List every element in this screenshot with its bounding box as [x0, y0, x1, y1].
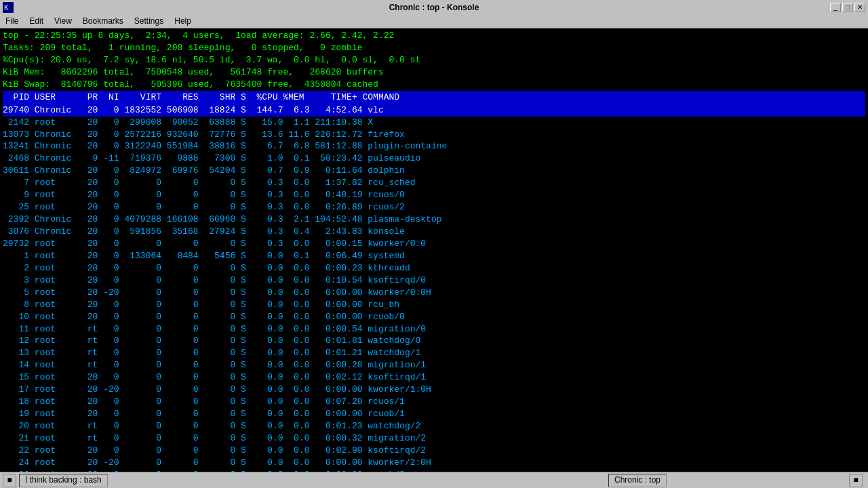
table-row[interactable]: 10 root 20 0 0 0 0 S 0.0 0.0 0:00.00 rcu… [3, 311, 865, 323]
status-left: ■ I think backing : bash [0, 474, 426, 487]
table-row[interactable]: 13 root rt 0 0 0 0 S 0.0 0.0 0:01.21 wat… [3, 347, 865, 359]
status-left-text: I think backing : bash [19, 474, 108, 487]
table-row[interactable]: 17 root 20 -20 0 0 0 S 0.0 0.0 0:00.00 k… [3, 384, 865, 396]
system-header: top - 22:25:35 up 8 days, 2:34, 4 users,… [3, 30, 865, 91]
table-row[interactable]: 1 root 20 0 133064 8484 5456 S 0.0 0.1 0… [3, 250, 865, 262]
close-button[interactable]: ✕ [854, 3, 865, 12]
minimize-button[interactable]: _ [830, 3, 841, 12]
svg-text:K: K [4, 4, 9, 12]
menu-edit[interactable]: Edit [26, 15, 46, 28]
table-row[interactable]: 3076 Chronic 20 0 591856 35168 27924 S 0… [3, 226, 865, 238]
table-row[interactable]: 12 root rt 0 0 0 0 S 0.0 0.0 0:01.81 wat… [3, 335, 865, 347]
table-row[interactable]: 8 root 20 0 0 0 0 S 0.0 0.0 0:00.00 rcu_… [3, 299, 865, 311]
header-line: Tasks: 209 total, 1 running, 208 sleepin… [3, 42, 865, 54]
menu-view[interactable]: View [52, 15, 75, 28]
table-row[interactable]: 19 root 20 0 0 0 0 S 0.0 0.0 0:00.00 rcu… [3, 408, 865, 420]
title-bar: K Chronic : top - Konsole _ □ ✕ [0, 0, 868, 15]
menu-help[interactable]: Help [172, 15, 194, 28]
status-icon-left: ■ [3, 474, 16, 487]
table-row[interactable]: 9 root 20 0 0 0 0 S 0.3 0.0 0:48.19 rcuo… [3, 189, 865, 201]
table-row[interactable]: 15 root 20 0 0 0 0 S 0.0 0.0 0:02.12 kso… [3, 371, 865, 384]
table-row[interactable]: 29732 root 20 0 0 0 0 S 0.3 0.0 0:00.15 … [3, 238, 865, 250]
status-bar: ■ I think backing : bash Chronic : top ■ [0, 472, 868, 488]
table-row[interactable]: 2142 root 20 0 299008 90052 63888 S 15.0… [3, 117, 865, 129]
table-row[interactable]: 7 root 20 0 0 0 0 S 0.3 0.0 1:37.82 rcu_… [3, 177, 865, 189]
terminal-area: top - 22:25:35 up 8 days, 2:34, 4 users,… [0, 28, 868, 483]
status-center-text: Chronic : top [608, 474, 667, 487]
table-row[interactable]: 5 root 20 -20 0 0 0 S 0.0 0.0 0:00.00 kw… [3, 287, 865, 299]
header-line: KiB Swap: 8140796 total, 505396 used, 76… [3, 79, 865, 91]
table-row[interactable]: 25 root 20 0 0 0 0 S 0.3 0.0 0:26.89 rcu… [3, 201, 865, 214]
status-center: Chronic : top [426, 474, 849, 487]
table-row[interactable]: 13073 Chronic 20 0 2572216 932640 72776 … [3, 129, 865, 141]
table-header: PID USER PR NI VIRT RES SHR S %CPU %MEM … [3, 91, 865, 104]
menu-bookmarks[interactable]: Bookmarks [80, 15, 126, 28]
table-row[interactable]: 3 root 20 0 0 0 0 S 0.0 0.0 0:10.54 ksof… [3, 274, 865, 287]
table-row[interactable]: 24 root 20 -20 0 0 0 S 0.0 0.0 0:00.00 k… [3, 457, 865, 469]
table-row[interactable]: 2 root 20 0 0 0 0 S 0.0 0.0 0:00.23 kthr… [3, 262, 865, 274]
header-line: KiB Mem: 8062296 total, 7500548 used, 56… [3, 66, 865, 79]
table-row[interactable]: 13241 Chronic 20 0 3122240 551984 38816 … [3, 140, 865, 152]
menu-file[interactable]: File [3, 15, 21, 28]
menu-settings[interactable]: Settings [132, 15, 166, 28]
app-logo: K [3, 2, 14, 13]
table-row[interactable]: 29740 Chronic 20 0 1832552 506908 18824 … [3, 104, 865, 117]
table-row[interactable]: 2392 Chronic 20 0 4079288 166108 66960 S… [3, 214, 865, 226]
status-icon-right: ■ [849, 474, 863, 487]
table-row[interactable]: 14 root rt 0 0 0 0 S 0.0 0.0 0:00.28 mig… [3, 359, 865, 371]
window-title: Chronic : top - Konsole [389, 2, 479, 14]
process-list: 29740 Chronic 20 0 1832552 506908 18824 … [3, 104, 865, 481]
header-line: top - 22:25:35 up 8 days, 2:34, 4 users,… [3, 30, 865, 42]
table-row[interactable]: 30611 Chronic 20 0 824972 69976 54204 S … [3, 165, 865, 177]
table-row[interactable]: 11 root rt 0 0 0 0 S 0.0 0.0 0:00.54 mig… [3, 323, 865, 336]
status-right: ■ [849, 474, 868, 487]
header-line: %Cpu(s): 20.0 us, 7.2 sy, 18.6 ni, 50.5 … [3, 54, 865, 66]
table-row[interactable]: 20 root rt 0 0 0 0 S 0.0 0.0 0:01.23 wat… [3, 420, 865, 432]
maximize-button[interactable]: □ [842, 3, 853, 12]
table-row[interactable]: 21 root rt 0 0 0 0 S 0.0 0.0 0:00.32 mig… [3, 432, 865, 445]
window-controls[interactable]: _ □ ✕ [830, 3, 865, 12]
menu-bar: File Edit View Bookmarks Settings Help [0, 15, 868, 28]
table-row[interactable]: 18 root 20 0 0 0 0 S 0.0 0.0 0:07.20 rcu… [3, 396, 865, 408]
table-row[interactable]: 22 root 20 0 0 0 0 S 0.0 0.0 0:02.90 kso… [3, 445, 865, 457]
table-row[interactable]: 2468 Chronic 9 -11 719376 9888 7300 S 1.… [3, 152, 865, 165]
